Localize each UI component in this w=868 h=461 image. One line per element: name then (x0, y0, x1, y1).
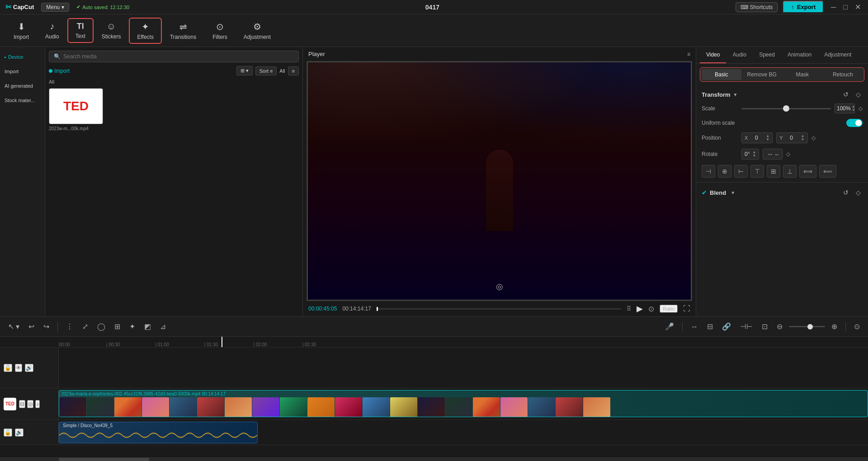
align-bottom-button[interactable]: ⊥ (783, 165, 797, 178)
fullscreen-icon[interactable]: ⛶ (683, 305, 690, 313)
position-keyframe-icon[interactable]: ◇ (811, 135, 816, 141)
audio-mute-button[interactable]: 🔊 (15, 428, 24, 437)
blend-reset-button[interactable]: ↺ (841, 188, 850, 197)
progress-bar[interactable] (377, 308, 622, 310)
align-left-button[interactable]: ⊣ (702, 165, 715, 178)
shortcuts-button[interactable]: ⌨ Shortcuts (736, 2, 778, 12)
tool-transitions[interactable]: ⇌ Transitions (162, 18, 204, 44)
transform-diamond-button[interactable]: ◇ (854, 90, 863, 99)
video-lock-button[interactable]: ⊟ (19, 400, 25, 408)
tool-adjustment[interactable]: ⚙ Adjustment (236, 18, 279, 44)
zoom-in-button[interactable]: ⊕ (829, 320, 840, 333)
tab-video[interactable]: Video (700, 47, 726, 63)
tool-audio[interactable]: ♪ Audio (37, 18, 67, 43)
transform-reset-button[interactable]: ↺ (841, 90, 850, 99)
close-button[interactable]: ✕ (853, 3, 863, 11)
effect-tl-button[interactable]: ✦ (127, 320, 138, 333)
filter-button[interactable]: ≡ (288, 66, 299, 75)
uniform-scale-toggle-switch[interactable] (846, 119, 863, 127)
distribute-h-button[interactable]: ⟺ (799, 165, 816, 178)
track-lock-button[interactable]: 🔓 (4, 364, 12, 372)
zoom-slider[interactable] (789, 326, 825, 327)
menu-button[interactable]: Menu ▾ (41, 3, 69, 12)
rotate-keyframe-icon[interactable]: ◇ (786, 151, 790, 157)
subtab-mask[interactable]: Mask (783, 69, 822, 80)
tool-effects[interactable]: ✦ Effects (129, 18, 161, 44)
subtab-removebg[interactable]: Remove BG (742, 69, 782, 80)
x-input[interactable]: X 0 ▲ ▼ (741, 132, 773, 143)
media-item[interactable]: TED 2023w-m...00k.mp4 (49, 88, 103, 131)
rotate-input[interactable]: 0° ▲ ▼ (741, 149, 759, 160)
keyframe-button[interactable]: ◯ (94, 320, 108, 333)
unlink-button[interactable]: ⊣⊢ (737, 320, 755, 333)
blend-diamond-button[interactable]: ◇ (854, 188, 863, 197)
video-eye-button[interactable]: ◎ (27, 400, 33, 408)
tool-text[interactable]: TI Text (67, 18, 94, 43)
search-input[interactable] (63, 53, 294, 60)
subtitle-button[interactable]: ⊡ (759, 320, 770, 333)
media-thumbnail[interactable]: TED (49, 88, 103, 124)
player-menu-icon[interactable]: ≡ (687, 51, 690, 57)
fit-button[interactable]: ↔ (688, 321, 701, 333)
tab-adjustment[interactable]: Adjustment (818, 47, 858, 63)
grid-view-button[interactable]: ⊞ ▾ (236, 66, 253, 75)
settings-tl-button[interactable]: ⊙ (851, 320, 863, 333)
x-stepper[interactable]: ▲ ▼ (766, 134, 769, 141)
distribute-v-button[interactable]: ⟸ (819, 165, 836, 178)
flip-h-button[interactable]: ↔ – (763, 149, 783, 160)
maximize-button[interactable]: □ (841, 3, 849, 11)
blend-expand-icon[interactable]: ▼ (731, 190, 735, 195)
track-vol-button[interactable]: 🔊 (25, 364, 33, 372)
import-media-button[interactable]: Import (49, 68, 70, 74)
mirror-button[interactable]: ◩ (142, 320, 154, 333)
tab-audio[interactable]: Audio (726, 47, 753, 63)
sidebar-item-stock[interactable]: Stock mater... (2, 94, 43, 107)
transform-expand-icon[interactable]: ▼ (733, 92, 738, 97)
split2-button[interactable]: ⊟ (704, 320, 716, 333)
ratio-button[interactable]: Ratio (660, 305, 678, 313)
split-button[interactable]: ⋮ (63, 320, 76, 333)
align-right-button[interactable]: ⊢ (734, 165, 748, 178)
mic-button[interactable]: 🎤 (662, 320, 677, 333)
grid-dots-icon[interactable]: ⠿ (627, 305, 631, 312)
scale-keyframe-icon[interactable]: ◇ (859, 105, 863, 112)
track-eye-button[interactable]: 👁 (15, 364, 22, 372)
tool-import[interactable]: ⬇ Import (5, 18, 37, 44)
transform-tl-button[interactable]: ⊿ (157, 320, 169, 333)
search-bar[interactable]: 🔍 (49, 51, 299, 62)
align-center-v-button[interactable]: ⊞ (767, 165, 780, 178)
screenshot-icon[interactable]: ⊙ (648, 305, 654, 313)
crop-button[interactable]: ⤢ (80, 320, 91, 333)
audio-lock-button[interactable]: 🔓 (4, 428, 12, 437)
uniform-scale-toggle[interactable] (846, 119, 863, 127)
select-tool-button[interactable]: ↖ ▾ (5, 320, 22, 333)
video-clip[interactable]: 2023w-maria-e-sophocles-002-45cc31f8-398… (59, 390, 868, 417)
freeze-button[interactable]: ⊞ (112, 320, 123, 333)
scrollbar-thumb[interactable] (59, 458, 149, 461)
y-stepper[interactable]: ▲ ▼ (801, 134, 805, 141)
minimize-button[interactable]: ─ (829, 3, 838, 11)
y-input[interactable]: Y 0 ▲ ▼ (776, 132, 807, 143)
video-track-area[interactable]: 2023w-maria-e-sophocles-002-45cc31f8-398… (59, 388, 868, 419)
sidebar-item-device[interactable]: ▸ Device (2, 51, 43, 63)
play-button[interactable]: ▶ (637, 304, 643, 314)
sidebar-item-ai[interactable]: AI generated (2, 80, 43, 92)
video-vol-button[interactable]: ♪ (35, 400, 40, 408)
link-button[interactable]: 🔗 (719, 320, 734, 333)
zoom-out-button[interactable]: ⊖ (774, 320, 785, 333)
redo-button[interactable]: ↪ (41, 320, 52, 333)
subtab-basic[interactable]: Basic (702, 69, 741, 80)
align-top-button[interactable]: ⊤ (750, 165, 764, 178)
audio-clip[interactable]: Simple / Disco_No439_5 (59, 422, 258, 443)
audio-track-area[interactable]: Simple / Disco_No439_5 (59, 420, 868, 445)
rotate-stepper[interactable]: ▲ ▼ (752, 151, 756, 158)
sidebar-item-import[interactable]: Import (2, 65, 43, 78)
export-button[interactable]: ↑ Export (783, 1, 824, 13)
sort-button[interactable]: Sort ≡ (255, 66, 277, 75)
subtab-retouch[interactable]: Retouch (823, 69, 863, 80)
undo-button[interactable]: ↩ (26, 320, 37, 333)
tool-stickers[interactable]: ☺ Stickers (94, 18, 129, 43)
scale-stepper[interactable]: ▲ ▼ (852, 105, 855, 112)
tool-filters[interactable]: ⊙ Filters (204, 18, 236, 44)
align-center-h-button[interactable]: ⊕ (718, 165, 731, 178)
